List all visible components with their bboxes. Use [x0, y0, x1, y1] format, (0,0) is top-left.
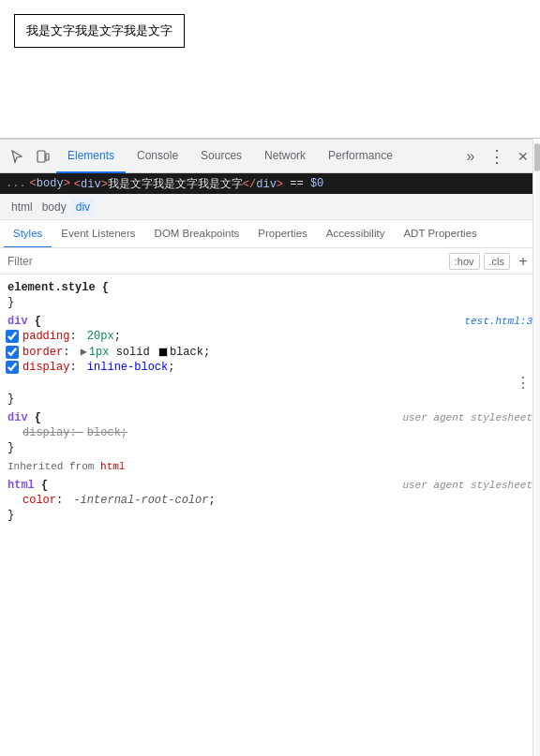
div-agent-rule: div { user agent stylesheet display : bl… — [0, 408, 540, 457]
html-agent-rule: html { user agent stylesheet color : -in… — [0, 476, 540, 525]
tab-properties[interactable]: Properties — [248, 220, 316, 248]
element-style-rule: element.style { } — [0, 278, 540, 312]
tab-accessibility[interactable]: Accessibility — [317, 220, 395, 248]
element-breadcrumb: html body div — [0, 194, 540, 220]
border-property: border : ▶ 1px solid black ; — [0, 344, 540, 360]
svg-rect-0 — [38, 151, 45, 162]
tab-adt-properties[interactable]: ADT Properties — [394, 220, 486, 248]
element-style-close: } — [0, 295, 540, 310]
inherited-header: Inherited from html — [0, 457, 540, 476]
html-agent-close: } — [0, 508, 540, 523]
display-checkbox[interactable] — [6, 361, 19, 374]
devtools-panel: Elements Console Sources Network Perform… — [0, 139, 540, 756]
scrollbar-thumb[interactable] — [534, 143, 540, 171]
padding-checkbox[interactable] — [6, 330, 19, 343]
styles-content: element.style { } div { test.html:3 padd… — [0, 274, 540, 756]
tab-event-listeners[interactable]: Event Listeners — [52, 220, 144, 248]
svg-rect-1 — [46, 154, 49, 160]
tab-performance[interactable]: Performance — [317, 140, 404, 173]
div-rule: div { test.html:3 padding : 20px ; borde… — [0, 312, 540, 408]
display-agent-property: display : block ; — [0, 425, 540, 440]
dom-dollar-zero: $0 — [310, 177, 323, 190]
color-agent-property: color : -internal-root-color ; — [0, 493, 540, 508]
display-property: display : inline-block ; | — [0, 360, 540, 375]
dom-body-tag: <body> — [30, 177, 70, 190]
border-checkbox[interactable] — [6, 346, 19, 359]
more-actions-button[interactable]: ⋮ — [514, 375, 532, 392]
dom-eq-sign: == — [283, 177, 310, 190]
inherited-from-tag: html — [100, 461, 125, 472]
padding-property: padding : 20px ; — [0, 329, 540, 344]
element-style-selector: element.style { — [8, 281, 109, 294]
breadcrumb-body[interactable]: body — [38, 199, 70, 215]
demo-text: 我是文字我是文字我是文字 — [26, 23, 172, 37]
device-toggle-icon[interactable] — [30, 143, 56, 170]
tab-elements[interactable]: Elements — [56, 140, 126, 173]
tab-sources[interactable]: Sources — [189, 140, 253, 173]
devtools-scrollbar[interactable] — [532, 139, 540, 756]
browser-viewport: 我是文字我是文字我是文字 — [0, 0, 540, 139]
dom-breadcrumb-bar: ... <body> <div>我是文字我是文字我是文字</div> == $0 — [0, 173, 540, 194]
border-expand-icon[interactable]: ▶ — [81, 345, 87, 359]
breadcrumb-html[interactable]: html — [8, 199, 37, 215]
hov-filter-button[interactable]: :hov — [449, 253, 480, 270]
rule-origin-link[interactable]: test.html:3 — [464, 316, 532, 327]
agent-stylesheet-label: user agent stylesheet — [402, 412, 532, 423]
add-style-rule-button[interactable]: + — [514, 252, 532, 271]
inspect-icon[interactable] — [4, 143, 30, 170]
tab-network[interactable]: Network — [253, 140, 317, 173]
color-swatch-black[interactable] — [158, 348, 168, 357]
div-agent-close: } — [0, 440, 540, 455]
dom-selected-element[interactable]: <div>我是文字我是文字我是文字</div> — [74, 176, 283, 192]
div-rule-close: } — [0, 392, 540, 407]
filter-bar: :hov .cls + — [0, 248, 540, 274]
dom-ellipsis: ... — [6, 177, 26, 190]
more-tabs-button[interactable]: » — [458, 143, 484, 170]
tab-console[interactable]: Console — [126, 140, 189, 173]
html-agent-stylesheet-label: user agent stylesheet — [402, 480, 532, 491]
breadcrumb-div[interactable]: div — [72, 199, 94, 215]
tab-styles[interactable]: Styles — [4, 220, 52, 248]
cursor-blink: | — [193, 361, 200, 374]
div-agent-selector: div { — [8, 411, 41, 424]
demo-element: 我是文字我是文字我是文字 — [14, 14, 185, 48]
cls-filter-button[interactable]: .cls — [484, 253, 511, 270]
html-agent-selector: html { — [8, 479, 48, 492]
devtools-toolbar: Elements Console Sources Network Perform… — [0, 140, 540, 173]
div-rule-selector: div { — [8, 315, 41, 328]
filter-input[interactable] — [8, 255, 449, 268]
styles-tabs-bar: Styles Event Listeners DOM Breakpoints P… — [0, 220, 540, 248]
tab-dom-breakpoints[interactable]: DOM Breakpoints — [145, 220, 249, 248]
settings-icon[interactable]: ⋮ — [484, 143, 510, 170]
